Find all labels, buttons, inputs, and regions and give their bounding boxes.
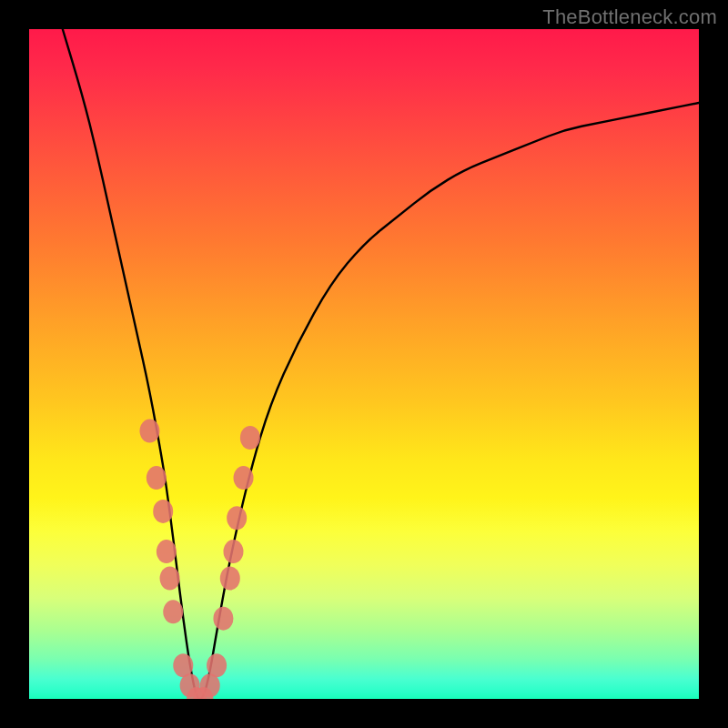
sample-point: [153, 500, 173, 523]
chart-frame: TheBottleneck.com: [0, 0, 728, 728]
sample-point: [139, 420, 159, 443]
sample-point: [240, 426, 260, 450]
watermark-text: TheBottleneck.com: [542, 5, 717, 29]
sample-point: [220, 567, 240, 591]
sample-point: [234, 466, 254, 490]
sample-point: [147, 466, 167, 490]
sample-point: [223, 540, 243, 563]
curve-layer: [29, 29, 699, 699]
sample-point: [227, 506, 247, 530]
bottleneck-curve: [63, 29, 699, 699]
sample-point: [207, 653, 227, 677]
plot-area: [29, 29, 699, 699]
sample-point: [163, 600, 183, 623]
sample-point: [157, 540, 177, 563]
sample-point: [213, 607, 233, 631]
sample-point: [160, 567, 180, 591]
sample-markers: [139, 420, 259, 699]
